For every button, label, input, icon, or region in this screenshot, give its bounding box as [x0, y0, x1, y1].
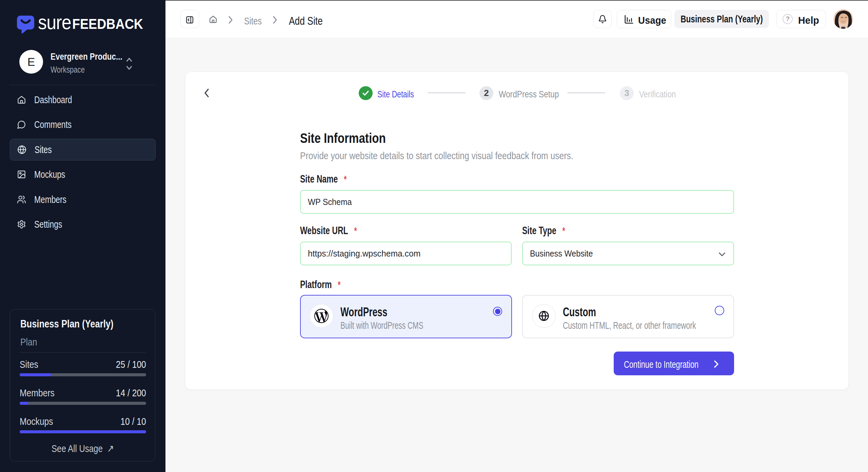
svg-text:sure: sure [38, 15, 71, 34]
svg-text:FEEDBACK: FEEDBACK [72, 16, 143, 32]
